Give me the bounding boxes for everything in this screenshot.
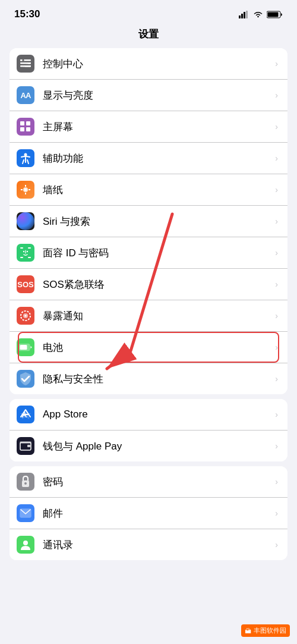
svg-rect-28 xyxy=(20,257,23,258)
privacy-chevron: › xyxy=(275,374,278,384)
accessibility-label: 辅助功能 xyxy=(43,152,273,165)
contacts-label: 通讯录 xyxy=(43,538,273,552)
settings-item-accessibility[interactable]: 辅助功能 › xyxy=(10,143,287,174)
svg-rect-26 xyxy=(20,247,23,249)
watermark-icon: 🏔 xyxy=(245,627,251,634)
svg-rect-18 xyxy=(26,127,30,131)
settings-item-sos[interactable]: SOS SOS紧急联络 › xyxy=(10,269,287,300)
wifi-icon xyxy=(253,11,263,18)
display-chevron: › xyxy=(275,90,278,100)
siri-icon xyxy=(17,212,34,230)
wallet-chevron: › xyxy=(275,441,278,451)
password-label: 密码 xyxy=(43,475,273,489)
settings-item-display[interactable]: AA 显示与亮度 › xyxy=(10,80,287,111)
svg-rect-15 xyxy=(20,121,24,125)
wallet-label: 钱包与 Apple Pay xyxy=(43,439,273,453)
sos-icon: SOS xyxy=(17,275,34,293)
battery-status-icon xyxy=(267,11,283,18)
settings-item-battery[interactable]: 电池 › xyxy=(10,332,287,363)
wallpaper-icon xyxy=(17,181,34,199)
svg-point-35 xyxy=(25,315,27,317)
svg-point-21 xyxy=(24,189,27,191)
svg-point-46 xyxy=(23,541,28,545)
control-center-icon xyxy=(17,55,34,73)
appstore-chevron: › xyxy=(275,410,278,419)
svg-rect-12 xyxy=(20,59,22,61)
svg-rect-37 xyxy=(20,345,27,350)
exposure-label: 暴露通知 xyxy=(43,309,273,323)
accessibility-chevron: › xyxy=(275,153,278,163)
control-center-chevron: › xyxy=(275,59,278,68)
watermark-label: 丰图软件园 xyxy=(254,626,286,635)
battery-label: 电池 xyxy=(43,341,273,354)
faceid-label: 面容 ID 与密码 xyxy=(43,246,273,260)
svg-rect-41 xyxy=(20,441,31,444)
settings-item-siri[interactable]: Siri 与搜索 › xyxy=(10,206,287,237)
control-center-label: 控制中心 xyxy=(43,57,273,71)
privacy-label: 隐私与安全性 xyxy=(43,372,273,386)
password-icon xyxy=(17,473,34,491)
svg-rect-17 xyxy=(20,127,24,131)
svg-rect-16 xyxy=(26,121,30,125)
wallpaper-chevron: › xyxy=(275,185,278,194)
signal-icon xyxy=(239,11,249,18)
settings-item-mail[interactable]: 邮件 › xyxy=(10,498,287,529)
status-time: 15:30 xyxy=(14,8,40,20)
homescreen-label: 主屏幕 xyxy=(43,120,273,134)
settings-item-privacy[interactable]: 隐私与安全性 › xyxy=(10,363,287,394)
mail-label: 邮件 xyxy=(43,507,273,520)
sos-text: SOS xyxy=(17,280,33,289)
svg-point-30 xyxy=(23,251,24,252)
svg-rect-27 xyxy=(28,247,31,249)
svg-rect-29 xyxy=(28,257,31,258)
wallpaper-label: 墙纸 xyxy=(43,183,273,197)
settings-item-wallet[interactable]: 钱包与 Apple Pay › xyxy=(10,431,287,461)
battery-chevron: › xyxy=(275,343,278,352)
svg-rect-5 xyxy=(268,12,279,17)
accessibility-icon xyxy=(17,149,34,167)
settings-section-1: 控制中心 › AA 显示与亮度 › 主屏幕 › 辅助功能 › xyxy=(10,48,287,394)
faceid-chevron: › xyxy=(275,248,278,257)
contacts-icon xyxy=(17,536,34,554)
wallet-icon xyxy=(17,437,34,455)
display-icon: AA xyxy=(17,86,34,104)
status-bar: 15:30 xyxy=(0,0,297,25)
settings-item-wallpaper[interactable]: 墙纸 › xyxy=(10,174,287,206)
settings-item-control-center[interactable]: 控制中心 › xyxy=(10,48,287,80)
settings-item-faceid[interactable]: 面容 ID 与密码 › xyxy=(10,237,287,269)
settings-section-3: 密码 › 邮件 › 通讯录 › xyxy=(10,466,287,560)
settings-item-homescreen[interactable]: 主屏幕 › xyxy=(10,111,287,143)
privacy-icon xyxy=(17,370,34,388)
svg-rect-13 xyxy=(26,62,31,64)
appstore-label: App Store xyxy=(43,409,273,420)
svg-rect-2 xyxy=(244,12,245,18)
mail-chevron: › xyxy=(275,508,278,518)
homescreen-icon xyxy=(17,118,34,136)
svg-rect-42 xyxy=(27,445,30,447)
svg-point-19 xyxy=(24,153,27,156)
svg-rect-1 xyxy=(241,14,243,18)
exposure-chevron: › xyxy=(275,311,278,321)
svg-point-31 xyxy=(27,251,28,252)
display-label: 显示与亮度 xyxy=(43,89,273,102)
svg-rect-3 xyxy=(246,11,248,18)
page-title: 设置 xyxy=(0,25,297,48)
homescreen-chevron: › xyxy=(275,122,278,131)
settings-item-contacts[interactable]: 通讯录 › xyxy=(10,529,287,560)
mail-icon xyxy=(17,504,34,522)
sos-chevron: › xyxy=(275,279,278,289)
exposure-icon xyxy=(17,307,34,325)
siri-chevron: › xyxy=(275,216,278,226)
watermark: 🏔 丰图软件园 xyxy=(241,624,290,637)
svg-rect-0 xyxy=(239,15,241,18)
sos-label: SOS紧急联络 xyxy=(43,278,273,291)
appstore-icon: A xyxy=(17,406,34,423)
contacts-chevron: › xyxy=(275,540,278,549)
svg-rect-14 xyxy=(23,65,31,67)
settings-item-appstore[interactable]: A App Store › xyxy=(10,399,287,431)
settings-section-2: A App Store › 钱包与 Apple Pay › xyxy=(10,399,287,461)
password-chevron: › xyxy=(275,477,278,486)
settings-item-password[interactable]: 密码 › xyxy=(10,466,287,498)
battery-icon xyxy=(17,338,34,356)
settings-item-exposure[interactable]: 暴露通知 › xyxy=(10,300,287,332)
